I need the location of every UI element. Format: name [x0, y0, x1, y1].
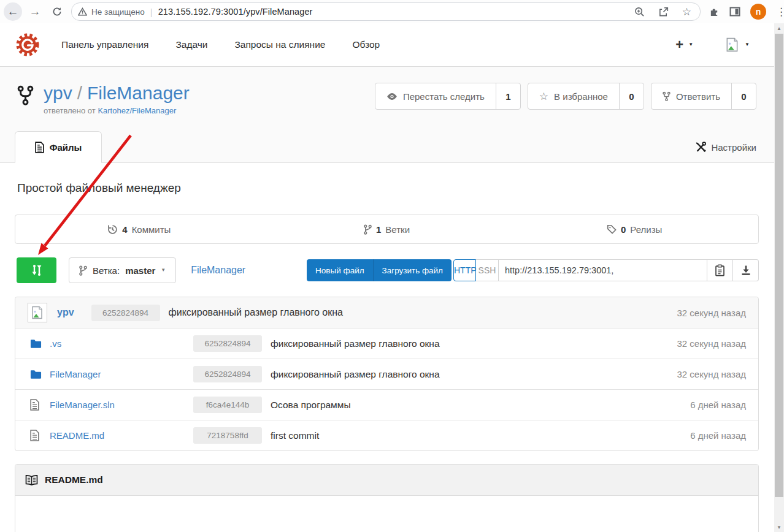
forks-count[interactable]: 0: [731, 83, 756, 109]
branch-icon: [79, 265, 87, 276]
url-divider: |: [150, 7, 153, 17]
table-row: .vs 6252824894 фиксированный размер глав…: [15, 328, 758, 359]
scrollbar-down-arrow[interactable]: ▼: [774, 522, 784, 532]
repo-title: ypv/FileManager: [44, 83, 190, 103]
stat-releases[interactable]: 0 Релизы: [510, 215, 758, 243]
file-icon: [35, 142, 44, 153]
compare-button[interactable]: [17, 257, 56, 283]
copy-clone-url-button[interactable]: [707, 259, 733, 281]
branch-selector[interactable]: Ветка: master ▼: [69, 257, 176, 283]
bookmark-star-icon[interactable]: ☆: [682, 7, 691, 17]
commit-sha-badge[interactable]: 6252824894: [193, 366, 262, 382]
file-link[interactable]: README.md: [50, 430, 104, 441]
star-button-group: ☆ В избранное 0: [528, 83, 644, 110]
clipboard-icon: [715, 264, 726, 276]
http-protocol-button[interactable]: HTTP: [453, 259, 476, 281]
commit-sha-badge[interactable]: f6ca4e144b: [193, 397, 262, 413]
table-row: FileManager.sln f6ca4e144b Осова програм…: [15, 389, 758, 420]
repo-controls: Ветка: master ▼ FileManager Новый файл З…: [15, 257, 759, 283]
commit-sha-badge[interactable]: 6252824894: [193, 335, 262, 352]
url-text[interactable]: 213.155.192.79:3001/ypv/FileManager: [158, 7, 313, 17]
commit-sha-badge[interactable]: 6252824894: [91, 305, 160, 321]
extensions-puzzle-icon[interactable]: [709, 7, 720, 17]
scrollbar: ▲ ▼: [774, 23, 784, 532]
commit-message[interactable]: фиксированный размер главного окна: [271, 369, 440, 380]
commits-label: Коммиты: [132, 224, 171, 235]
commit-author-link[interactable]: ypv: [57, 307, 74, 318]
stars-count[interactable]: 0: [619, 83, 644, 109]
compare-icon: [30, 264, 44, 277]
commit-message[interactable]: Осова программы: [271, 400, 351, 411]
breadcrumb-repo-root[interactable]: FileManager: [191, 265, 245, 276]
zoom-icon[interactable]: [634, 7, 645, 17]
browser-menu-icon[interactable]: ⋮: [776, 7, 784, 17]
commit-message[interactable]: first commit: [271, 430, 319, 441]
file-link[interactable]: FileManager.sln: [50, 400, 115, 410]
nav-item-issues[interactable]: Задачи: [175, 39, 207, 50]
tools-icon: [695, 142, 706, 153]
user-avatar-menu[interactable]: ▼: [725, 37, 750, 52]
browser-reload-button[interactable]: [48, 2, 66, 21]
broken-avatar-icon: [725, 37, 740, 52]
star-icon: ☆: [539, 91, 548, 102]
unwatch-label: Перестать следить: [403, 91, 485, 102]
commit-time: 32 секунд назад: [677, 308, 746, 318]
star-button[interactable]: ☆ В избранное: [528, 83, 619, 109]
unwatch-button[interactable]: Перестать следить: [375, 83, 496, 109]
download-icon: [740, 265, 751, 276]
share-icon[interactable]: [658, 7, 669, 17]
nav-item-dashboard[interactable]: Панель управления: [61, 39, 148, 50]
browser-profile-avatar[interactable]: n: [750, 4, 766, 20]
nav-item-explore[interactable]: Обзор: [352, 39, 380, 50]
new-file-button[interactable]: Новый файл: [307, 259, 372, 281]
site-navbar: Панель управления Задачи Запросы на слия…: [0, 23, 784, 66]
commit-time: 32 секунд назад: [677, 338, 746, 349]
branch-label: Ветка:: [93, 265, 120, 276]
side-panel-icon[interactable]: [729, 6, 740, 17]
readme-header: README.md: [15, 465, 758, 496]
commit-sha-badge[interactable]: 7218758ffd: [193, 427, 262, 444]
not-secure-warning-icon: [78, 7, 87, 16]
ssh-protocol-button[interactable]: SSH: [476, 259, 499, 281]
branches-label: Ветки: [385, 224, 410, 235]
create-new-menu[interactable]: + ▼: [675, 38, 693, 51]
folder-icon: [30, 370, 42, 379]
nav-item-pull-requests[interactable]: Запросы на слияние: [234, 39, 325, 50]
releases-count: 0: [621, 224, 626, 235]
stat-branches[interactable]: 1 Ветки: [263, 215, 511, 243]
tab-files[interactable]: Файлы: [15, 131, 102, 163]
scrollbar-up-arrow[interactable]: ▲: [774, 23, 784, 33]
file-icon: [30, 430, 42, 441]
repo-action-buttons: Перестать следить 1 ☆ В избранное 0 Отве…: [375, 83, 756, 110]
commit-time: 6 дней назад: [690, 430, 746, 441]
file-table: ypv 6252824894 фиксированный размер глав…: [15, 297, 759, 451]
address-bar[interactable]: Не защищено | 213.155.192.79:3001/ypv/Fi…: [71, 2, 701, 21]
commit-message[interactable]: фиксированный размер главного окна: [271, 338, 440, 349]
commit-message[interactable]: фиксированный размер главного окна: [169, 307, 343, 318]
stat-commits[interactable]: 4 Коммиты: [15, 215, 263, 243]
fork-button[interactable]: Ответвить: [651, 83, 731, 109]
tab-settings[interactable]: Настройки: [695, 142, 756, 163]
watchers-count[interactable]: 1: [496, 83, 520, 109]
repo-fork-icon: [17, 85, 34, 106]
upload-file-button[interactable]: Загрузить файл: [373, 259, 452, 281]
repo-owner-link[interactable]: ypv: [44, 83, 72, 103]
scrollbar-thumb[interactable]: [775, 34, 783, 497]
browser-back-button[interactable]: ←: [4, 2, 22, 21]
gogs-logo-icon[interactable]: [16, 33, 39, 56]
file-link[interactable]: FileManager: [50, 369, 101, 379]
repo-header: ypv/FileManager ответвлено от Kartohez/F…: [0, 66, 784, 163]
file-link[interactable]: .vs: [50, 338, 61, 349]
commit-author-avatar[interactable]: [28, 303, 47, 322]
download-archive-button[interactable]: [733, 259, 759, 281]
chevron-down-icon: ▼: [161, 268, 166, 273]
browser-forward-button[interactable]: →: [26, 2, 44, 21]
broken-image-icon: [31, 306, 44, 319]
clone-url-input[interactable]: [499, 259, 707, 281]
security-status-label[interactable]: Не защищено: [91, 7, 145, 17]
tag-icon: [607, 224, 617, 234]
repo-name-link[interactable]: FileManager: [87, 83, 190, 103]
plus-icon: +: [675, 38, 683, 51]
commits-count: 4: [122, 224, 127, 235]
fork-origin-link[interactable]: Kartohez/FileManager: [98, 106, 176, 115]
